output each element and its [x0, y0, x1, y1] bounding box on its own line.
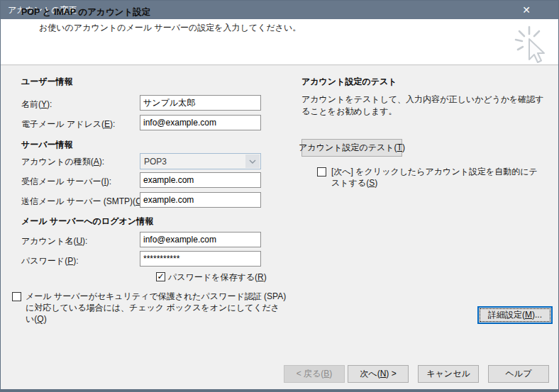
auto-test-label[interactable]: [次へ] をクリックしたらアカウント設定を自動的にテストする(S) — [331, 166, 546, 189]
remember-password-checkbox[interactable]: ✓ — [156, 272, 165, 281]
spa-label[interactable]: メール サーバーがセキュリティで保護されたパスワード認証 (SPA) に対応して… — [26, 291, 287, 325]
help-button[interactable]: ヘルプ — [488, 365, 549, 383]
incoming-server-label: 受信メール サーバー(I): — [21, 176, 111, 188]
password-label: パスワード(P): — [21, 255, 78, 267]
close-icon: ✕ — [522, 4, 531, 16]
more-settings-button[interactable]: 詳細設定(M)... — [477, 306, 553, 324]
account-type-select[interactable]: POP3 — [140, 153, 261, 169]
cancel-button[interactable]: キャンセル — [418, 365, 479, 383]
password-input[interactable] — [140, 251, 261, 267]
account-name-label: アカウント名(U): — [21, 235, 87, 247]
next-button[interactable]: 次へ(N) > — [348, 365, 409, 383]
remember-password-label[interactable]: パスワードを保存する(R) — [168, 271, 267, 283]
spa-checkbox[interactable] — [12, 292, 21, 301]
close-button[interactable]: ✕ — [510, 1, 543, 19]
incoming-server-input[interactable] — [140, 172, 261, 188]
section-logon-info: メール サーバーへのログオン情報 — [21, 215, 153, 228]
test-account-button[interactable]: アカウント設定のテスト(T) — [301, 139, 402, 157]
click-cursor-icon — [512, 25, 552, 65]
page-subtitle: お使いのアカウントのメール サーバーの設定を入力してください。 — [39, 22, 301, 34]
page-title: POP と IMAP のアカウント設定 — [21, 6, 150, 18]
section-server-info: サーバー情報 — [21, 139, 73, 151]
name-input[interactable] — [140, 95, 261, 111]
outgoing-server-input[interactable] — [140, 192, 261, 208]
outgoing-server-label: 送信メール サーバー (SMTP)(O): — [21, 196, 148, 208]
chevron-down-icon — [245, 155, 260, 168]
account-name-input[interactable] — [140, 232, 261, 247]
checkmark-icon: ✓ — [157, 271, 164, 281]
section-user-info: ユーザー情報 — [21, 76, 73, 88]
auto-test-checkbox[interactable] — [317, 167, 326, 177]
email-input[interactable] — [140, 115, 261, 130]
test-description: アカウントをテストして、入力内容が正しいかどうかを確認することをお勧めします。 — [301, 94, 551, 118]
account-type-label: アカウントの種類(A): — [21, 156, 104, 168]
section-test: アカウント設定のテスト — [301, 76, 397, 88]
account-type-value: POP3 — [144, 157, 167, 167]
account-change-dialog: アカウントの変更 ✕ POP と IMAP のアカウント設定 お使いのアカウント… — [0, 0, 559, 392]
name-label: 名前(Y): — [21, 99, 52, 111]
back-button[interactable]: < 戻る(B) — [284, 365, 345, 383]
email-label: 電子メール アドレス(E): — [21, 118, 115, 130]
